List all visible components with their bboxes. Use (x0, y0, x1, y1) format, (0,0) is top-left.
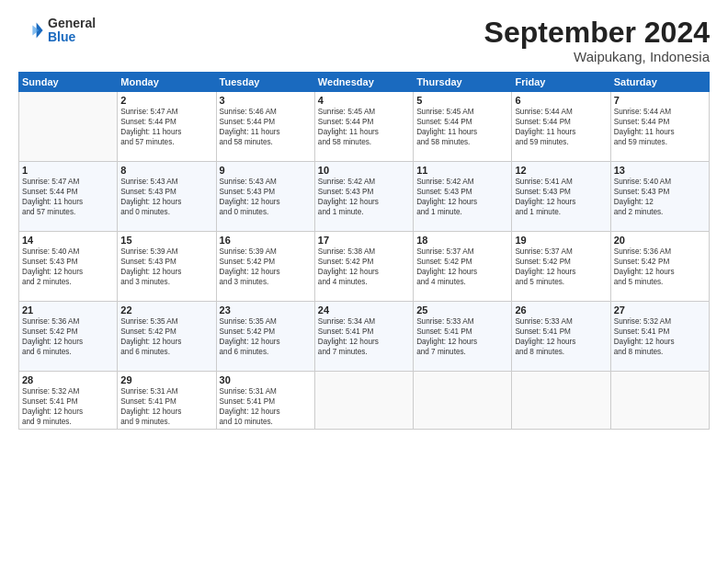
table-cell: 28Sunrise: 5:32 AMSunset: 5:41 PMDayligh… (19, 372, 118, 430)
cell-info: Daylight: 11 hours (614, 127, 706, 137)
cell-info: Daylight: 12 hours (416, 197, 508, 207)
cell-info: Sunrise: 5:32 AM (614, 316, 706, 327)
cell-info: Daylight: 12 hours (416, 337, 508, 347)
cell-info: Sunset: 5:41 PM (416, 327, 508, 337)
day-number: 19 (515, 235, 607, 246)
table-cell: 24Sunrise: 5:34 AMSunset: 5:41 PMDayligh… (314, 302, 413, 372)
day-number: 10 (318, 165, 410, 176)
col-tuesday: Tuesday (216, 73, 314, 92)
cell-info: and 8 minutes. (515, 347, 607, 357)
cell-info: Sunrise: 5:38 AM (318, 247, 410, 257)
cell-info: Sunset: 5:43 PM (416, 187, 508, 197)
day-number: 2 (120, 95, 212, 106)
table-cell: 19Sunrise: 5:37 AMSunset: 5:42 PMDayligh… (512, 232, 610, 302)
day-number: 20 (614, 235, 706, 246)
cell-info: Sunrise: 5:39 AM (120, 247, 212, 257)
cell-info: Sunrise: 5:33 AM (416, 316, 508, 327)
table-cell (314, 372, 413, 430)
day-number: 28 (22, 374, 114, 385)
day-number: 1 (22, 165, 114, 176)
cell-info: Sunset: 5:41 PM (318, 327, 410, 337)
cell-info: Sunset: 5:42 PM (318, 257, 410, 267)
cell-info: Sunset: 5:44 PM (120, 117, 212, 127)
cell-info: Sunrise: 5:43 AM (120, 177, 212, 187)
day-number: 17 (318, 235, 410, 246)
table-cell: 17Sunrise: 5:38 AMSunset: 5:42 PMDayligh… (314, 232, 413, 302)
day-number: 15 (120, 235, 212, 246)
logo-icon (18, 17, 44, 43)
logo-text: General Blue (48, 17, 96, 45)
cell-info: Daylight: 12 (614, 197, 706, 207)
cell-info: and 59 minutes. (614, 137, 706, 147)
day-number: 24 (318, 304, 410, 316)
cell-info: Sunrise: 5:44 AM (614, 107, 706, 117)
cell-info: and 6 minutes. (22, 347, 114, 357)
cell-info: Sunset: 5:43 PM (318, 187, 410, 197)
day-number: 3 (220, 95, 312, 106)
cell-info: Sunrise: 5:44 AM (515, 107, 607, 117)
cell-info: Sunrise: 5:34 AM (318, 316, 410, 327)
cell-info: Sunset: 5:41 PM (220, 396, 312, 407)
cell-info: Sunrise: 5:35 AM (120, 316, 212, 327)
table-cell: 11Sunrise: 5:42 AMSunset: 5:43 PMDayligh… (414, 162, 512, 232)
cell-info: and 57 minutes. (22, 207, 114, 217)
table-cell (414, 372, 512, 430)
cell-info: Sunset: 5:42 PM (614, 257, 706, 267)
cell-info: Daylight: 12 hours (614, 337, 706, 347)
table-cell: 30Sunrise: 5:31 AMSunset: 5:41 PMDayligh… (216, 372, 314, 430)
cell-info: Sunset: 5:43 PM (614, 187, 706, 197)
cell-info: Sunrise: 5:40 AM (22, 247, 114, 257)
cell-info: and 3 minutes. (220, 277, 312, 287)
logo: General Blue (18, 17, 96, 45)
cell-info: Sunrise: 5:42 AM (318, 177, 410, 187)
cell-info: Daylight: 12 hours (220, 337, 312, 347)
table-cell: 23Sunrise: 5:35 AMSunset: 5:42 PMDayligh… (216, 302, 314, 372)
cell-info: Daylight: 12 hours (416, 267, 508, 277)
cell-info: and 9 minutes. (120, 417, 212, 427)
cell-info: Sunrise: 5:31 AM (120, 386, 212, 396)
cell-info: and 2 minutes. (614, 207, 706, 217)
cell-info: and 0 minutes. (120, 207, 212, 217)
cell-info: Daylight: 12 hours (220, 267, 312, 277)
cell-info: Sunset: 5:44 PM (515, 117, 607, 127)
cell-info: Daylight: 11 hours (220, 127, 312, 137)
cell-info: Sunset: 5:44 PM (416, 117, 508, 127)
cell-info: Sunset: 5:42 PM (416, 257, 508, 267)
cell-info: Sunrise: 5:46 AM (220, 107, 312, 117)
cell-info: Sunset: 5:44 PM (318, 117, 410, 127)
cell-info: Sunset: 5:43 PM (22, 257, 114, 267)
cell-info: Sunset: 5:42 PM (22, 327, 114, 337)
cell-info: Daylight: 11 hours (22, 197, 114, 207)
logo-blue: Blue (48, 30, 96, 44)
table-cell (610, 372, 709, 430)
cell-info: Sunrise: 5:36 AM (614, 247, 706, 257)
cell-info: Sunset: 5:42 PM (220, 257, 312, 267)
cell-info: and 4 minutes. (416, 277, 508, 287)
col-monday: Monday (118, 73, 216, 92)
table-cell: 21Sunrise: 5:36 AMSunset: 5:42 PMDayligh… (19, 302, 118, 372)
header-row: Sunday Monday Tuesday Wednesday Thursday… (19, 73, 710, 92)
day-number: 8 (120, 165, 212, 176)
table-cell: 29Sunrise: 5:31 AMSunset: 5:41 PMDayligh… (118, 372, 216, 430)
cell-info: Daylight: 12 hours (614, 267, 706, 277)
logo-general: General (48, 17, 96, 30)
table-cell: 14Sunrise: 5:40 AMSunset: 5:43 PMDayligh… (19, 232, 118, 302)
cell-info: Sunset: 5:41 PM (22, 396, 114, 407)
cell-info: and 4 minutes. (318, 277, 410, 287)
cell-info: Sunrise: 5:47 AM (120, 107, 212, 117)
table-cell: 13Sunrise: 5:40 AMSunset: 5:43 PMDayligh… (610, 162, 709, 232)
cell-info: Sunset: 5:42 PM (220, 327, 312, 337)
cell-info: and 58 minutes. (220, 137, 312, 147)
location-subtitle: Waipukang, Indonesia (484, 49, 710, 64)
cell-info: Daylight: 12 hours (22, 407, 114, 417)
day-number: 11 (416, 165, 508, 176)
table-cell: 16Sunrise: 5:39 AMSunset: 5:42 PMDayligh… (216, 232, 314, 302)
cell-info: and 0 minutes. (220, 207, 312, 217)
cell-info: Sunrise: 5:39 AM (220, 247, 312, 257)
cell-info: Sunset: 5:42 PM (515, 257, 607, 267)
cell-info: and 58 minutes. (318, 137, 410, 147)
cell-info: and 1 minute. (515, 207, 607, 217)
cell-info: Daylight: 12 hours (515, 197, 607, 207)
table-cell: 8Sunrise: 5:43 AMSunset: 5:43 PMDaylight… (118, 162, 216, 232)
table-cell: 25Sunrise: 5:33 AMSunset: 5:41 PMDayligh… (414, 302, 512, 372)
